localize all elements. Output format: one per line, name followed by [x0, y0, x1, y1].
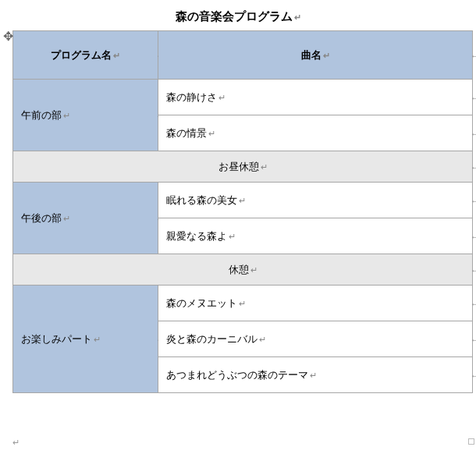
program-cell-text: お楽しみパート [21, 333, 92, 345]
song-cell-text: 眠れる森の美女 [166, 194, 237, 206]
return-mark-icon: ↵ [113, 51, 120, 61]
cell-end-icon: ← [471, 232, 476, 240]
program-cell: 午後の部↵← [13, 183, 158, 254]
header-song: 曲名↵ ← [158, 31, 473, 80]
return-mark-icon: ↵ [259, 335, 266, 345]
break-cell-text: お昼休憩 [218, 161, 259, 172]
return-mark-icon: ↵ [239, 299, 246, 309]
song-cell-text: 親愛なる森よ [166, 230, 227, 242]
cell-end-icon: ← [471, 299, 476, 307]
header-program-text: プログラム名 [51, 49, 112, 61]
song-cell: あつまれどうぶつの森のテーマ↵← [158, 357, 473, 393]
corner-box-icon [468, 438, 474, 445]
song-cell: 森の静けさ↵← [158, 80, 473, 115]
cell-end-icon: ← [471, 129, 476, 137]
return-mark-icon: ↵ [208, 129, 215, 139]
program-table: プログラム名↵ ← 曲名↵ ← 午前の部↵←森の静けさ↵←森の情景↵←お昼休憩↵… [12, 30, 473, 393]
return-mark-icon: ↵ [218, 93, 226, 103]
page-title: 森の音楽会プログラム↵ [0, 9, 476, 24]
song-cell: 森のメヌエット↵← [158, 286, 473, 321]
cell-end-icon: ← [471, 162, 476, 171]
return-mark-icon: ↵ [229, 232, 236, 242]
return-mark-icon: ↵ [294, 12, 301, 23]
break-cell: 休憩↵← [13, 254, 473, 286]
return-mark-icon: ↵ [12, 438, 20, 448]
song-cell: 眠れる森の美女↵← [158, 183, 473, 218]
header-program: プログラム名↵ ← [13, 31, 158, 80]
return-mark-icon: ↵ [310, 371, 317, 381]
song-cell-text: 森の静けさ [166, 91, 217, 103]
header-song-text: 曲名 [301, 49, 321, 61]
return-mark-icon: ↵ [63, 214, 70, 224]
break-row: お昼休憩↵← [13, 151, 473, 183]
return-mark-icon: ↵ [250, 265, 258, 275]
return-mark-icon: ↵ [63, 111, 70, 121]
break-cell: お昼休憩↵← [13, 151, 473, 183]
program-cell: お楽しみパート↵← [13, 286, 158, 393]
table-row: お楽しみパート↵←森のメヌエット↵← [13, 286, 473, 321]
table-row: 午前の部↵←森の静けさ↵← [13, 80, 473, 115]
program-cell: 午前の部↵← [13, 80, 158, 151]
cell-end-icon: ← [471, 265, 476, 274]
table-body: 午前の部↵←森の静けさ↵←森の情景↵←お昼休憩↵←午後の部↵←眠れる森の美女↵←… [13, 80, 473, 393]
song-cell-text: 炎と森のカーニバル [166, 333, 258, 345]
table-header-row: プログラム名↵ ← 曲名↵ ← [13, 31, 473, 80]
break-cell-text: 休憩 [229, 264, 249, 275]
title-text: 森の音楽会プログラム [176, 9, 293, 23]
return-mark-icon: ↵ [261, 162, 268, 172]
cell-end-icon: ← [471, 335, 476, 343]
table-anchor-icon: ✥ [3, 29, 12, 38]
cell-end-icon: ← [471, 196, 476, 204]
song-cell-text: 森の情景 [166, 127, 207, 139]
return-mark-icon: ↵ [323, 51, 330, 61]
return-mark-icon: ↵ [94, 335, 101, 345]
song-cell: 森の情景↵← [158, 115, 473, 151]
table-container: ✥ プログラム名↵ ← 曲名↵ ← 午前の部↵←森の静けさ↵←森の情景↵←お昼休… [12, 30, 473, 393]
table-row: 午後の部↵←眠れる森の美女↵← [13, 183, 473, 218]
break-row: 休憩↵← [13, 254, 473, 286]
cell-end-icon: ← [471, 93, 476, 101]
program-cell-text: 午前の部 [21, 109, 62, 121]
cell-end-icon: ← [471, 51, 476, 59]
return-mark-icon: ↵ [239, 196, 246, 206]
song-cell: 炎と森のカーニバル↵← [158, 321, 473, 357]
song-cell-text: 森のメヌエット [166, 297, 237, 309]
program-cell-text: 午後の部 [21, 212, 62, 224]
cell-end-icon: ← [471, 371, 476, 379]
song-cell: 親愛なる森よ↵← [158, 218, 473, 254]
song-cell-text: あつまれどうぶつの森のテーマ [166, 369, 308, 381]
